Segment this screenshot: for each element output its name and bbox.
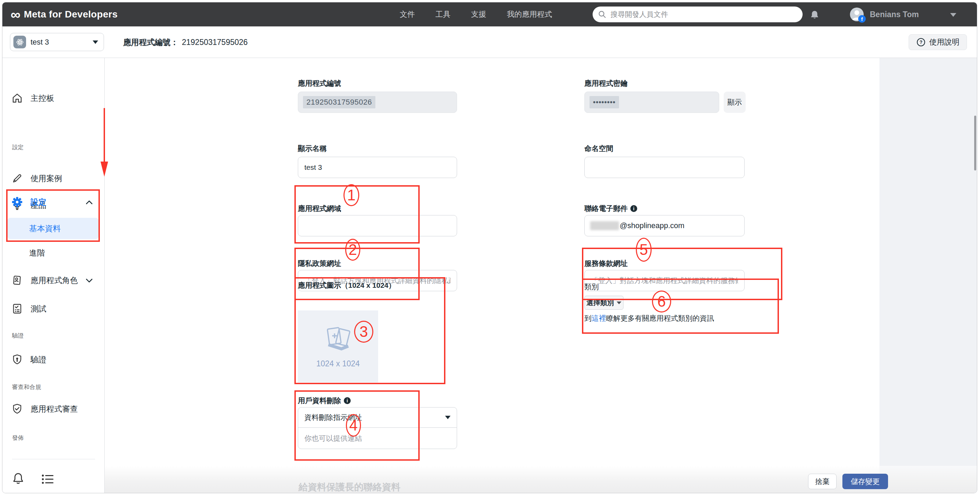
meta-logo[interactable]: ∞ Meta for Developers	[11, 2, 118, 26]
id-card-icon	[11, 274, 23, 286]
sidebar-item-advanced[interactable]: 進階	[29, 245, 45, 261]
display-name-label: 顯示名稱	[298, 144, 327, 153]
terms-of-service-label: 服務條款網址	[584, 259, 628, 268]
category-info-link[interactable]: 這裡	[592, 314, 606, 322]
contact-email-visible-value: @shoplineapp.com	[620, 221, 684, 230]
annotation-number-6: 6	[652, 291, 671, 313]
data-deletion-label-text: 用戶資料刪除	[298, 396, 341, 405]
sidebar-item-app-review[interactable]: 應用程式審查	[11, 401, 78, 417]
sidebar-item-label: 應用程式審查	[30, 404, 78, 414]
sidebar-item-label: 驗證	[30, 355, 46, 365]
category-caret-icon	[617, 302, 621, 304]
sidebar-item-settings[interactable]: 設定	[11, 194, 46, 210]
data-deletion-mode-value: 資料刪除指示網址	[304, 413, 362, 422]
chevron-down-icon[interactable]	[85, 277, 93, 285]
save-changes-bar: 給資料保護長的聯絡資料 捨棄 儲存變更	[105, 466, 977, 493]
nav-item-docs[interactable]: 文件	[390, 9, 425, 19]
sidebar-item-label: 進階	[29, 248, 45, 258]
category-info-prefix: 到	[584, 314, 592, 322]
nav-item-tools[interactable]: 工具	[425, 9, 461, 19]
help-button-label: 使用說明	[929, 37, 959, 47]
namespace-input[interactable]	[584, 157, 745, 178]
annotation-number-2: 2	[345, 239, 360, 261]
bell-outline-icon[interactable]	[11, 472, 25, 485]
app-secret-field: ••••••••	[584, 92, 719, 113]
sidebar-item-label: 應用程式角色	[30, 275, 78, 286]
sidebar-item-verification[interactable]: 驗證	[11, 351, 46, 368]
app-icon-upload-tile[interactable]: 1024 x 1024	[298, 310, 378, 383]
search-icon	[598, 10, 606, 19]
user-avatar[interactable]: f	[850, 8, 864, 21]
annotation-arrow-head	[100, 162, 108, 176]
sidebar-section-review: 審查和合規	[12, 383, 41, 391]
sidebar-item-dashboard[interactable]: 主控板	[11, 90, 54, 107]
app-id-line: 應用程式編號： 219250317595026	[123, 26, 248, 58]
sidebar-section-verification: 驗證	[12, 332, 24, 340]
terms-of-service-input[interactable]	[584, 270, 745, 291]
app-selector-dropdown[interactable]: test 3	[10, 33, 104, 51]
shield-keyhole-icon	[11, 354, 23, 365]
sidebar-item-label: 主控板	[30, 93, 54, 103]
data-deletion-url-input[interactable]	[298, 428, 457, 449]
app-domains-input[interactable]	[298, 215, 457, 236]
logo-text: Meta for Developers	[24, 9, 118, 20]
app-selector-caret-icon	[93, 40, 98, 44]
category-info-text: 到這裡瞭解更多有關應用程式類別的資訊	[584, 313, 714, 323]
info-icon: i	[630, 205, 637, 212]
help-button[interactable]: ? 使用說明	[908, 34, 967, 50]
nav-item-my-apps[interactable]: 我的應用程式	[496, 9, 562, 19]
redacted-email-chip	[590, 221, 619, 230]
user-menu-caret-icon[interactable]	[950, 13, 956, 17]
sidebar-item-testing[interactable]: 測試	[11, 300, 46, 317]
nav-item-support[interactable]: 支援	[461, 9, 496, 19]
sidebar-item-use-cases[interactable]: 使用案例	[11, 170, 62, 187]
facebook-badge-icon: f	[858, 15, 866, 23]
show-secret-button[interactable]: 顯示	[724, 92, 746, 113]
sidebar-section-publish: 發佈	[12, 434, 24, 442]
selected-app-name: test 3	[30, 38, 88, 47]
app-secret-field-label: 應用程式密鑰	[584, 79, 628, 88]
contact-email-label: 聯絡電子郵件 i	[584, 204, 637, 213]
contact-email-input[interactable]: @shoplineapp.com	[584, 215, 745, 236]
app-id-field: 219250317595026	[298, 92, 457, 113]
data-deletion-label: 用戶資料刪除 i	[298, 396, 351, 405]
app-id-label: 應用程式編號：	[123, 37, 178, 48]
save-changes-button[interactable]: 儲存變更	[842, 474, 888, 489]
app-window: ∞ Meta for Developers 文件 工具 支援 我的應用程式 f …	[2, 2, 977, 493]
sidebar-item-app-roles[interactable]: 應用程式角色	[11, 272, 78, 288]
navbar-links: 文件 工具 支援 我的應用程式	[390, 2, 562, 26]
search-box[interactable]	[593, 6, 803, 22]
app-id-field-value: 219250317595026	[303, 96, 375, 108]
data-deletion-caret-icon	[445, 416, 450, 419]
app-toolbar: test 3 應用程式編號： 219250317595026 ? 使用說明	[2, 26, 977, 58]
category-info-suffix: 瞭解更多有關應用程式類別的資訊	[606, 314, 714, 322]
contact-email-label-text: 聯絡電子郵件	[584, 204, 628, 213]
svg-text:?: ?	[920, 40, 923, 45]
bullet-list-icon[interactable]	[41, 473, 54, 485]
home-icon	[11, 92, 23, 104]
sidebar-divider	[12, 459, 95, 459]
scrollbar-thumb[interactable]	[974, 116, 976, 170]
annotation-number-1: 1	[344, 184, 359, 206]
chevron-up-icon[interactable]	[85, 199, 93, 206]
discard-button[interactable]: 捨棄	[808, 474, 837, 489]
display-name-input[interactable]	[298, 157, 457, 178]
app-icon-label: 應用程式圖示（1024 x 1024）	[298, 280, 404, 291]
category-select-dropdown[interactable]: 選擇類別	[584, 296, 624, 310]
data-deletion-mode-select[interactable]: 資料刪除指示網址	[298, 407, 457, 428]
sidebar-item-label: 使用案例	[30, 173, 62, 184]
app-secret-masked-value: ••••••••	[590, 96, 619, 108]
question-circle-icon: ?	[916, 37, 926, 47]
user-name[interactable]: Benians Tom	[870, 2, 919, 26]
search-input[interactable]	[611, 10, 797, 19]
left-sidebar: 主控板 設定 使用案例 產品 設定 基本資料 進階 應用程式角色	[2, 58, 105, 493]
sidebar-item-basic-info[interactable]: 基本資料	[8, 218, 99, 239]
meta-infinity-icon: ∞	[11, 8, 21, 21]
app-id-field-label: 應用程式編號	[298, 79, 341, 88]
notification-bell-icon[interactable]	[810, 10, 820, 20]
privacy-policy-label: 隱私政策網址	[298, 259, 341, 268]
sidebar-item-label: 設定	[30, 197, 46, 208]
photos-plus-icon	[322, 325, 354, 355]
pencil-icon	[11, 173, 23, 184]
basic-settings-form: 應用程式編號 219250317595026 應用程式密鑰 •••••••• 顯…	[105, 58, 880, 493]
